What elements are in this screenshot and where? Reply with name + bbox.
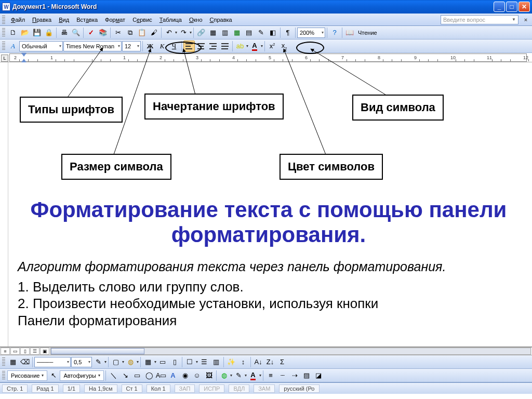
print-preview-button[interactable]: 🔍 xyxy=(70,27,82,38)
status-ext[interactable]: ВДЛ xyxy=(229,384,249,393)
menu-insert[interactable]: Вставка xyxy=(73,15,101,24)
superscript-button[interactable]: x2 xyxy=(267,41,278,52)
highlight-button[interactable]: ab xyxy=(234,41,246,52)
dash-style-button[interactable]: ┄ xyxy=(277,370,288,381)
insert-excel-button[interactable]: ▦ xyxy=(231,27,243,38)
redo-button[interactable]: ↷ xyxy=(178,27,189,38)
font-combo[interactable]: Times New Roman ▾ xyxy=(63,41,122,51)
menu-window[interactable]: Окно xyxy=(185,15,206,24)
view-normal[interactable]: ≡ xyxy=(1,348,10,355)
shadow-button[interactable]: ▨ xyxy=(301,370,312,381)
draw-table-button[interactable]: ▦ xyxy=(7,356,19,368)
eraser-button[interactable]: ⌫ xyxy=(19,356,31,368)
save-button[interactable]: 💾 xyxy=(31,27,43,38)
select-arrow-button[interactable]: ↖ xyxy=(48,370,59,381)
sort-desc-button[interactable]: Z↓ xyxy=(264,356,276,368)
toolbar-grip[interactable] xyxy=(2,42,5,51)
style-combo[interactable]: Обычный ▾ xyxy=(19,41,63,51)
menu-table[interactable]: Таблица xyxy=(156,15,185,24)
autoformat-button[interactable]: ✨ xyxy=(225,356,237,368)
autosum-button[interactable]: Σ xyxy=(276,356,288,368)
align-cell-button[interactable]: ☐ xyxy=(184,356,195,368)
spellcheck-button[interactable]: ✓ xyxy=(85,27,97,38)
styles-pane-button[interactable]: A xyxy=(7,41,19,52)
research-button[interactable]: 📚 xyxy=(97,27,109,38)
scrollbar-thumb[interactable] xyxy=(51,348,144,354)
line-button[interactable]: ＼ xyxy=(108,370,119,381)
copy-button[interactable]: ⧉ xyxy=(124,27,136,38)
close-button[interactable]: ✕ xyxy=(518,2,530,12)
italic-button[interactable]: К xyxy=(156,41,168,52)
size-combo[interactable]: 12 ▾ xyxy=(122,41,141,51)
reading-layout-icon[interactable]: 📖 xyxy=(344,27,355,38)
dist-rows-button[interactable]: ☰ xyxy=(198,356,210,368)
borders-button[interactable]: ▢ xyxy=(110,356,122,368)
split-cells-button[interactable]: ▯ xyxy=(169,356,180,368)
horizontal-ruler[interactable]: 21123456789101112 xyxy=(9,54,527,62)
oval-button[interactable]: ◯ xyxy=(143,370,155,381)
permissions-button[interactable]: 🔒 xyxy=(43,27,55,38)
help-button[interactable]: ? xyxy=(329,27,340,38)
text-direction-button[interactable]: ↕ xyxy=(237,356,249,368)
document-close-button[interactable]: × xyxy=(522,16,530,24)
insert-table-button2[interactable]: ▦ xyxy=(142,356,154,368)
menu-file[interactable]: Файл xyxy=(7,15,29,24)
menu-help[interactable]: Справка xyxy=(206,15,236,24)
line-style-combo[interactable]: ────▾ xyxy=(34,357,71,367)
page[interactable]: Типы шрифтов Начертание шрифтов Вид симв… xyxy=(9,62,528,347)
merge-cells-button[interactable]: ▭ xyxy=(157,356,168,368)
dist-cols-button[interactable]: ▥ xyxy=(210,356,222,368)
underline-button[interactable]: Ч xyxy=(168,41,180,52)
undo-button[interactable]: ↶ xyxy=(163,27,175,38)
wordart-button[interactable]: A xyxy=(167,370,179,381)
menu-grip[interactable] xyxy=(2,16,5,24)
open-button[interactable]: 📂 xyxy=(19,27,31,38)
menu-format[interactable]: Формат xyxy=(101,15,129,24)
cut-button[interactable]: ✂ xyxy=(112,27,124,38)
align-center-button[interactable] xyxy=(195,41,207,52)
minimize-button[interactable]: _ xyxy=(494,2,505,12)
status-ovr[interactable]: ЗАМ xyxy=(254,384,275,393)
ask-question-box[interactable]: Введите вопрос ▼ xyxy=(441,15,518,24)
arrow-style-button[interactable]: ⇢ xyxy=(289,370,300,381)
vertical-ruler[interactable] xyxy=(0,62,8,347)
status-rec[interactable]: ЗАП xyxy=(175,384,195,393)
diagram-button[interactable]: ◉ xyxy=(179,370,191,381)
view-reading[interactable]: ▣ xyxy=(40,348,49,355)
fill-color-button[interactable]: ◍ xyxy=(218,370,230,381)
status-trk[interactable]: ИСПР xyxy=(199,384,224,393)
3d-button[interactable]: ◪ xyxy=(313,370,324,381)
arrow-button[interactable]: ↘ xyxy=(119,370,131,381)
draw-font-color-button[interactable]: A xyxy=(247,370,259,381)
view-outline[interactable]: ☰ xyxy=(30,348,39,355)
document-content[interactable]: Форматирование текста с помощью панели ф… xyxy=(18,197,520,329)
tables-borders-button[interactable]: ▦ xyxy=(207,27,219,38)
columns-button[interactable]: ▤ xyxy=(243,27,255,38)
reading-layout-label[interactable]: Чтение xyxy=(356,30,379,36)
drawing-toggle-button[interactable]: ✎ xyxy=(255,27,267,38)
new-doc-button[interactable]: 🗋 xyxy=(7,27,19,38)
drawing-menu-button[interactable]: Рисование▾ xyxy=(7,370,47,381)
menu-service[interactable]: Сервис xyxy=(129,15,156,24)
toolbar-grip[interactable] xyxy=(2,28,5,37)
align-justify-button[interactable] xyxy=(219,41,231,52)
toolbar-grip[interactable] xyxy=(2,371,5,380)
maximize-button[interactable]: □ xyxy=(506,2,517,12)
clipart-button[interactable]: ☺ xyxy=(191,370,203,381)
docmap-button[interactable]: ◧ xyxy=(267,27,278,38)
line-weight-combo[interactable]: 0,5▾ xyxy=(71,357,92,367)
line-color-button[interactable]: ✎ xyxy=(233,370,244,381)
tab-selector[interactable]: L xyxy=(1,55,8,62)
toolbar-grip[interactable] xyxy=(2,357,5,367)
shading-button[interactable]: ◍ xyxy=(125,356,136,368)
format-painter-button[interactable]: 🖌 xyxy=(148,27,159,38)
hyperlink-button[interactable]: 🔗 xyxy=(195,27,207,38)
autoshapes-button[interactable]: Автофигуры▾ xyxy=(60,370,104,381)
insert-table-button[interactable]: ▥ xyxy=(219,27,231,38)
align-left-button[interactable] xyxy=(183,41,195,52)
print-button[interactable]: 🖶 xyxy=(58,27,70,38)
zoom-combo[interactable]: 200% ▾ xyxy=(297,28,325,38)
pen-color-button[interactable]: ✎ xyxy=(92,356,104,368)
menu-edit[interactable]: Правка xyxy=(29,15,55,24)
picture-button[interactable]: 🖼 xyxy=(203,370,215,381)
